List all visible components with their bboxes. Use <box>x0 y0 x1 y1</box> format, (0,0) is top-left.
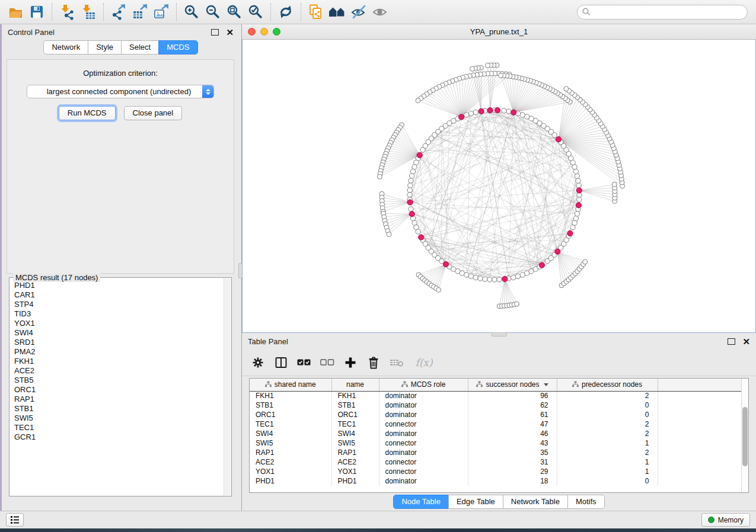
table-row[interactable]: RAP1RAP1dominator352 <box>250 448 741 457</box>
mcds-result-item[interactable]: STB1 <box>14 404 224 414</box>
eye-icon <box>372 4 388 20</box>
mcds-result-list[interactable]: PHD1CAR1STP4TID3YOX1SWI4SRD1PMA2FKH1ACE2… <box>10 278 224 495</box>
criterion-dropdown[interactable]: largest connected component (undirected) <box>27 85 214 98</box>
zoom-fit-icon <box>226 4 243 20</box>
column-header-MCDS-role[interactable]: MCDS role <box>379 379 468 391</box>
mcds-result-item[interactable]: PHD1 <box>14 281 224 290</box>
select-all-button[interactable] <box>295 354 313 371</box>
close-panel-button[interactable]: Close panel <box>124 106 183 120</box>
mcds-result-item[interactable]: STB5 <box>14 376 224 385</box>
tab-select[interactable]: Select <box>121 40 159 55</box>
tab-mcds[interactable]: MCDS <box>158 40 197 55</box>
mcds-result-item[interactable]: SRD1 <box>14 338 224 347</box>
add-column-button[interactable] <box>342 354 359 371</box>
mcds-result-item[interactable]: FKH1 <box>14 357 224 366</box>
zoom-selected-button[interactable] <box>245 2 266 22</box>
table-cell-filler <box>658 400 741 410</box>
network-graph[interactable] <box>243 40 755 331</box>
open-file-button[interactable] <box>5 2 26 22</box>
settings-gear-button[interactable] <box>249 354 267 371</box>
table-cell: dominator <box>379 400 468 410</box>
table-cell: FKH1 <box>331 391 379 400</box>
zoom-out-button[interactable] <box>202 2 224 22</box>
mcds-result-item[interactable]: GCR1 <box>14 432 224 442</box>
column-header-predecessor-nodes[interactable]: predecessor nodes <box>557 379 658 391</box>
float-panel-icon[interactable] <box>728 338 735 345</box>
mcds-result-item[interactable]: ORC1 <box>14 385 224 395</box>
mcds-result-item[interactable]: TID3 <box>14 309 224 319</box>
share-document-button[interactable] <box>305 2 327 22</box>
mcds-result-item[interactable]: SWI4 <box>14 328 224 338</box>
show-all-button[interactable] <box>369 2 391 22</box>
table-scrollbar[interactable] <box>741 379 748 492</box>
export-image-button[interactable] <box>151 2 172 22</box>
tab-node-table[interactable]: Node Table <box>393 495 449 509</box>
refresh-icon <box>277 4 294 20</box>
node-table[interactable]: shared namenameMCDS rolesuccessor nodesp… <box>250 379 741 486</box>
table-row[interactable]: SWI5SWI5connector431 <box>250 438 741 448</box>
table-row[interactable]: ORC1ORC1dominator610 <box>250 410 741 419</box>
save-session-button[interactable] <box>26 2 47 22</box>
tab-edge-table[interactable]: Edge Table <box>448 495 503 509</box>
table-row[interactable]: SWI4SWI4dominator462 <box>250 429 741 438</box>
close-panel-icon[interactable]: ✕ <box>226 29 234 36</box>
task-history-button[interactable] <box>6 513 24 527</box>
first-neighbors-button[interactable] <box>327 2 348 22</box>
table-row[interactable]: FKH1FKH1dominator962 <box>250 391 741 400</box>
table-row[interactable]: TEC1TEC1connector472 <box>250 419 741 429</box>
zoom-fit-button[interactable] <box>224 2 245 22</box>
mcds-result-item[interactable]: YOX1 <box>14 319 224 328</box>
close-panel-icon[interactable]: ✕ <box>742 338 750 345</box>
search-icon <box>582 8 591 16</box>
export-network-button[interactable] <box>108 2 129 22</box>
tab-network-table[interactable]: Network Table <box>503 495 568 509</box>
float-panel-icon[interactable] <box>211 29 219 36</box>
delete-column-button[interactable] <box>365 354 382 371</box>
refresh-button[interactable] <box>275 2 296 22</box>
table-cell: 31 <box>468 457 557 467</box>
table-cell: ACE2 <box>250 457 331 467</box>
zoom-in-button[interactable] <box>181 2 202 22</box>
export-image-icon <box>153 4 170 20</box>
column-header-successor-nodes[interactable]: successor nodes <box>468 379 557 391</box>
table-row[interactable]: ACE2ACE2connector311 <box>250 457 741 467</box>
table-cell: 18 <box>468 476 557 486</box>
table-scrollbar-thumb[interactable] <box>742 407 748 466</box>
table-row[interactable]: YOX1YOX1connector291 <box>250 467 741 476</box>
mcds-result-item[interactable]: SWI5 <box>14 414 224 423</box>
export-table-button[interactable] <box>129 2 151 22</box>
table-header-row[interactable]: shared namenameMCDS rolesuccessor nodesp… <box>250 379 741 391</box>
mcds-result-item[interactable]: CAR1 <box>14 290 224 300</box>
deselect-all-button[interactable] <box>318 354 336 371</box>
import-table-button[interactable] <box>78 2 99 22</box>
run-mcds-button[interactable]: Run MCDS <box>59 106 116 120</box>
function-builder-button[interactable]: f(x) <box>411 354 437 371</box>
hide-selected-button[interactable] <box>348 2 369 22</box>
mcds-result-item[interactable]: PMA2 <box>14 347 224 357</box>
mcds-result-item[interactable]: TEC1 <box>14 423 224 432</box>
table-row[interactable]: STB1STB1dominator620 <box>250 400 741 410</box>
horizontal-splitter[interactable] <box>242 333 756 334</box>
mcds-result-item[interactable]: RAP1 <box>14 395 224 404</box>
table-row[interactable]: PHD1PHD1dominator180 <box>250 476 741 486</box>
splitter-handle[interactable] <box>492 332 507 336</box>
tab-style[interactable]: Style <box>88 40 122 55</box>
mcds-result-item[interactable]: ACE2 <box>14 366 224 376</box>
memory-button[interactable]: Memory <box>701 513 750 527</box>
tab-motifs[interactable]: Motifs <box>567 495 605 509</box>
table-cell: connector <box>379 419 468 429</box>
column-header-shared-name[interactable]: shared name <box>250 379 331 391</box>
delete-table-button[interactable] <box>388 354 406 371</box>
column-header-name[interactable]: name <box>331 379 379 391</box>
network-canvas[interactable] <box>242 40 756 333</box>
mcds-list-scrollbar[interactable] <box>224 278 231 495</box>
mcds-result-item[interactable]: STP4 <box>14 300 224 309</box>
tab-network[interactable]: Network <box>43 40 88 55</box>
split-columns-button[interactable] <box>272 354 290 371</box>
table-cell: 2 <box>557 448 658 457</box>
function-icon: f(x) <box>415 357 432 368</box>
zoom-in-icon <box>183 4 200 20</box>
application-window: Control Panel ✕ NetworkStyleSelectMCDS O… <box>0 0 756 532</box>
import-network-button[interactable] <box>56 2 78 22</box>
search-input[interactable] <box>577 5 748 20</box>
